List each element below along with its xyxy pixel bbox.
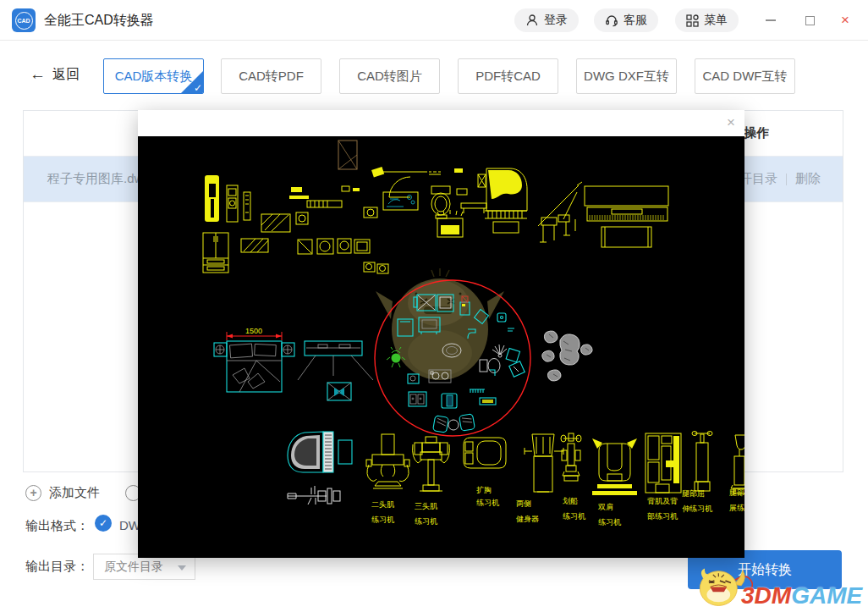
user-icon	[525, 14, 539, 27]
format-checked-icon[interactable]: ✓	[95, 515, 112, 532]
tab-cad-to-image[interactable]: CAD转图片	[339, 58, 440, 94]
svg-text:扩胸: 扩胸	[476, 486, 492, 494]
app-title: 全能王CAD转换器	[44, 12, 154, 30]
tab-cad-version-convert[interactable]: CAD版本转换 ✓	[103, 58, 204, 94]
grid-menu-icon	[686, 14, 699, 27]
cad-bed-block: 1500	[214, 327, 373, 400]
svg-text:腿部伸: 腿部伸	[729, 488, 744, 497]
svg-text:练习机: 练习机	[371, 516, 394, 524]
tab-label: CAD转PDF	[239, 69, 304, 85]
cad-equipment-labels: 二头肌 练习机 三头肌 练习机 扩胸 练习机 两侧 健身器 划船 练习机 双肩 …	[371, 486, 744, 527]
minimize-icon	[766, 19, 776, 21]
menu-label: 菜单	[704, 13, 728, 28]
maximize-icon	[805, 16, 815, 25]
tab-label: PDF转CAD	[475, 69, 541, 85]
3dmgame-watermark: 3DMGAME	[694, 560, 862, 609]
file-name: 程子专用图库.dwg	[47, 171, 151, 187]
svg-text:三头肌: 三头肌	[415, 502, 437, 510]
tab-label: CAD版本转换	[115, 69, 193, 85]
cad-bottom-piano	[288, 432, 352, 472]
minimize-button[interactable]	[761, 12, 780, 29]
action-divider	[786, 174, 787, 185]
svg-text:划船: 划船	[563, 497, 578, 505]
login-label: 登录	[544, 13, 568, 28]
svg-text:练习机: 练习机	[476, 499, 499, 507]
svg-text:两侧: 两侧	[516, 499, 531, 508]
svg-text:练习机: 练习机	[415, 517, 437, 526]
svg-text:背肌及背: 背肌及背	[647, 497, 678, 505]
close-icon: ×	[841, 12, 849, 29]
menu-button[interactable]: 菜单	[675, 8, 739, 32]
svg-text:展练习机: 展练习机	[729, 504, 744, 512]
tab-label: CAD DWF互转	[703, 69, 788, 85]
output-dir-value: 原文件目录	[104, 560, 163, 575]
svg-text:腿部屈: 腿部屈	[682, 489, 705, 498]
modal-close-icon[interactable]: ×	[727, 114, 735, 131]
back-arrow-icon: ←	[30, 65, 46, 84]
close-button[interactable]: ×	[836, 12, 854, 29]
tab-label: DWG DXF互转	[584, 69, 669, 85]
service-button[interactable]: 客服	[594, 8, 658, 32]
delete-link[interactable]: 删除	[795, 171, 821, 187]
output-dir-label: 输出目录：	[25, 559, 89, 575]
svg-text:部练习机: 部练习机	[647, 512, 678, 521]
cad-dimension-text: 1500	[245, 327, 262, 335]
maximize-button[interactable]	[800, 12, 819, 29]
tab-check-icon: ✓	[194, 82, 202, 94]
cad-stone-blocks	[542, 331, 592, 381]
plus-circle-icon: +	[25, 485, 41, 501]
tab-cad-to-pdf[interactable]: CAD转PDF	[221, 58, 321, 94]
tab-cad-dwf[interactable]: CAD DWF互转	[695, 58, 795, 94]
cad-white-machine	[288, 486, 340, 504]
headset-icon	[605, 14, 618, 27]
brand-text: 3DMGAME	[741, 584, 862, 608]
tab-pdf-to-cad[interactable]: PDF转CAD	[458, 58, 558, 94]
back-button[interactable]: ← 返回	[30, 65, 80, 84]
cad-piano-blocks	[485, 168, 668, 247]
login-button[interactable]: 登录	[514, 8, 579, 32]
tab-dwg-dxf[interactable]: DWG DXF互转	[576, 58, 677, 94]
svg-text:健身器: 健身器	[516, 515, 539, 523]
svg-text:二头肌: 二头肌	[371, 500, 394, 509]
svg-text:练习机: 练习机	[563, 512, 585, 521]
add-file-label: 添加文件	[49, 485, 100, 501]
cad-preview-canvas: 1500	[138, 136, 744, 558]
title-bar: CAD 全能王CAD转换器 登录 客服 菜单 ×	[0, 0, 868, 41]
cad-appliance-blocks	[203, 141, 486, 273]
add-file-button[interactable]: + 添加文件	[25, 485, 100, 501]
chevron-down-icon	[178, 565, 186, 571]
svg-text:双肩: 双肩	[597, 503, 613, 511]
preview-modal: ×	[138, 110, 744, 558]
service-label: 客服	[624, 13, 647, 28]
cad-drawing: 1500	[138, 136, 744, 558]
app-logo-icon: CAD	[12, 8, 36, 32]
back-label: 返回	[52, 66, 80, 84]
svg-text:伸练习机: 伸练习机	[682, 504, 712, 513]
tab-label: CAD转图片	[357, 69, 422, 85]
svg-text:练习机: 练习机	[598, 518, 621, 527]
cad-gym-equipment	[366, 432, 744, 496]
output-format-label: 输出格式：	[25, 518, 89, 534]
